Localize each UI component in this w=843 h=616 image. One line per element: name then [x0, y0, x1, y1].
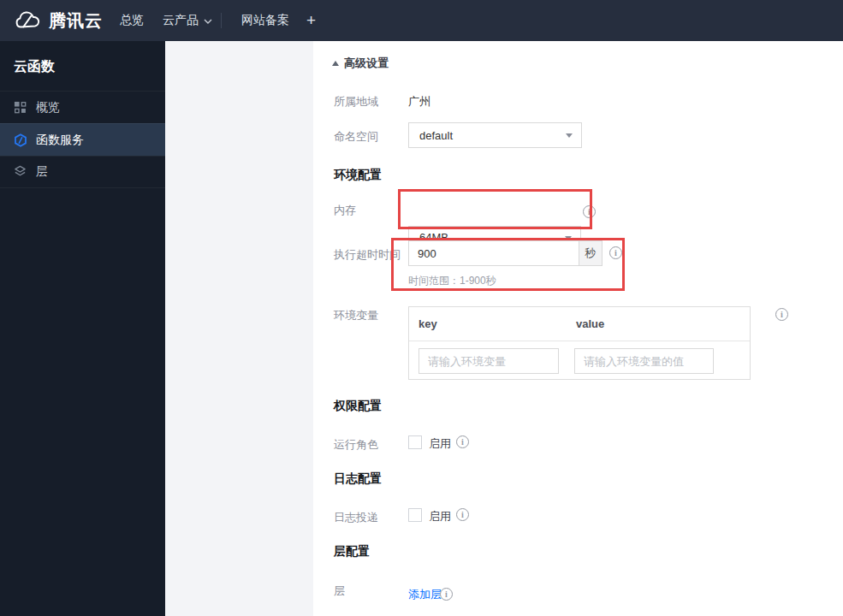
run-role-label: 运行角色 [334, 437, 378, 453]
memory-info-icon[interactable] [583, 205, 596, 218]
brand-name: 腾讯云 [49, 9, 103, 33]
section-layer-config: 层配置 [334, 544, 370, 560]
sidebar: 云函数 概览 函数服务 层 [0, 41, 165, 616]
advanced-settings-label: 高级设置 [344, 56, 389, 71]
timeout-label: 执行超时时间 [334, 247, 401, 263]
chevron-down-icon [565, 236, 572, 240]
env-key-header: key [419, 317, 576, 330]
run-role-enable-label[interactable]: 启用 [429, 436, 451, 452]
layer-info-icon[interactable] [440, 588, 453, 601]
nav-overview[interactable]: 总览 [120, 0, 144, 41]
env-value-header: value [576, 317, 604, 330]
secondary-panel [165, 41, 313, 616]
advanced-settings-toggle[interactable]: 高级设置 [332, 56, 389, 71]
region-value: 广州 [408, 94, 430, 110]
function-config-form: 高级设置 所属地域 广州 命名空间 default 环境配置 内存 64MB 执… [313, 41, 843, 616]
namespace-selected-value: default [419, 129, 453, 142]
top-navbar: 腾讯云 总览 云产品 网站备案 + [0, 0, 843, 41]
add-layer-link[interactable]: 添加层 [408, 587, 442, 602]
log-delivery-label: 日志投递 [334, 510, 378, 525]
layer-label: 层 [334, 583, 345, 599]
memory-label: 内存 [334, 203, 356, 218]
env-vars-input-row [409, 341, 750, 380]
scf-hexagon-icon [14, 133, 27, 147]
env-key-input[interactable] [419, 348, 559, 374]
sidebar-product-title: 云函数 [0, 41, 165, 91]
sidebar-item-overview[interactable]: 概览 [0, 91, 165, 123]
collapse-arrow-icon [332, 61, 339, 66]
run-role-info-icon[interactable] [456, 435, 469, 448]
sidebar-item-label: 函数服务 [36, 133, 84, 148]
add-tab-button[interactable]: + [306, 0, 316, 41]
env-value-input[interactable] [574, 348, 714, 374]
chevron-down-icon [204, 19, 212, 24]
env-vars-table: key value [408, 306, 751, 380]
run-role-checkbox[interactable] [408, 435, 422, 449]
sidebar-item-label: 层 [36, 164, 48, 180]
env-vars-header-row: key value [409, 307, 750, 341]
env-vars-info-icon[interactable] [775, 308, 788, 321]
log-delivery-enable-label[interactable]: 启用 [429, 509, 451, 524]
sidebar-item-function-service[interactable]: 函数服务 [0, 123, 165, 156]
grid-icon [14, 101, 27, 115]
timeout-range-hint: 时间范围：1-900秒 [408, 274, 496, 288]
nav-cloud-products[interactable]: 云产品 [163, 0, 212, 41]
nav-divider [221, 13, 222, 28]
layers-icon [14, 165, 27, 179]
chevron-down-icon [566, 133, 573, 138]
memory-highlight-box [398, 189, 592, 229]
sidebar-item-label: 概览 [36, 100, 60, 116]
tencent-cloud-logo[interactable]: 腾讯云 [14, 0, 103, 41]
log-delivery-checkbox[interactable] [408, 508, 422, 522]
env-vars-label: 环境变量 [334, 308, 378, 323]
nav-website-filing[interactable]: 网站备案 [241, 0, 289, 41]
section-perm-config: 权限配置 [334, 399, 382, 414]
timeout-info-icon[interactable] [609, 246, 622, 259]
cloud-slash-icon [14, 9, 41, 32]
timeout-unit-addon: 秒 [579, 240, 603, 266]
timeout-input[interactable] [408, 240, 579, 266]
section-env-config: 环境配置 [334, 168, 382, 183]
namespace-select[interactable]: default [408, 122, 582, 148]
namespace-label: 命名空间 [334, 129, 378, 145]
sidebar-item-layers[interactable]: 层 [0, 156, 165, 188]
section-log-config: 日志配置 [334, 471, 382, 487]
log-delivery-info-icon[interactable] [456, 508, 469, 521]
region-label: 所属地域 [334, 94, 378, 110]
